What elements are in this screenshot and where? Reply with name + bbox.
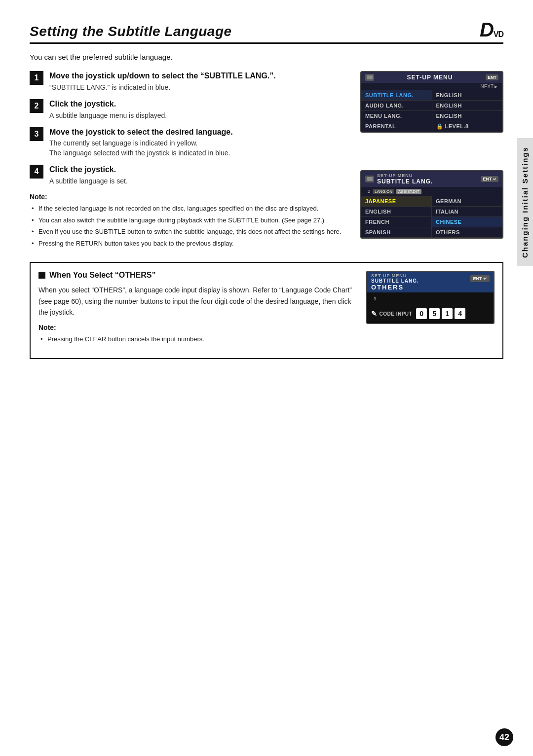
- step-2-number: 2: [30, 99, 43, 113]
- others-screen-ent: ENT ↵: [470, 275, 490, 282]
- side-label: Changing Initial Settings: [517, 138, 533, 266]
- screen-2-icon-inner: [367, 177, 373, 181]
- note-item-1: If the selected language is not recorded…: [30, 204, 350, 214]
- others-text-col: When You Select “OTHERS” When you select…: [38, 271, 356, 350]
- others-screen-title1: SET-UP MENU: [371, 273, 419, 278]
- others-note-item: Pressing the CLEAR button cancels the in…: [38, 334, 356, 344]
- screen-1-cell-1-1: ENGLISH: [432, 101, 503, 110]
- screen-1-cell-0-0: SUBTITLE LANG.: [361, 90, 432, 100]
- step-3-desc2: The language selected with the joystick …: [49, 149, 350, 157]
- screen-1-row-2: MENU LANG. ENGLISH: [361, 111, 502, 121]
- screen-1-row-3: PARENTAL 🔒 LEVEL.8: [361, 121, 502, 132]
- screen-2-langon: LANG.ON: [373, 189, 394, 194]
- step-2-desc: A subtitle language menu is displayed.: [49, 111, 350, 119]
- screen-2-titles: SET-UP MENU SUBTITLE LANG.: [374, 173, 481, 185]
- step-2-content: Click the joystick. A subtitle language …: [49, 99, 350, 119]
- code-digits: 0 5 1 4: [416, 308, 465, 319]
- screen-1-body: SUBTITLE LANG. ENGLISH AUDIO LANG. ENGLI…: [361, 90, 502, 132]
- notes-list: If the selected language is not recorded…: [30, 204, 350, 248]
- others-content: When You Select “OTHERS” When you select…: [38, 271, 495, 350]
- main-content: 1 Move the joystick up/down to select th…: [30, 71, 503, 254]
- others-section: When You Select “OTHERS” When you select…: [30, 262, 503, 359]
- others-screen-num: 3: [371, 296, 379, 302]
- screen-1-header: SET-UP MENU ENT: [361, 72, 502, 83]
- screen-2-header: SET-UP MENU SUBTITLE LANG. ENT ↵: [361, 171, 502, 187]
- others-title: When You Select “OTHERS”: [38, 271, 356, 280]
- dvd-vd-sub: VD: [494, 31, 503, 38]
- notes-section: Note: If the selected language is not re…: [30, 193, 350, 248]
- step-4-number: 4: [30, 165, 43, 179]
- screen-1-cell-2-1: ENGLISH: [432, 111, 503, 121]
- page-title: Setting the Subtitle Language: [30, 24, 232, 39]
- dvd-badge: D VD: [480, 20, 503, 39]
- screen-1-title: SET-UP MENU: [374, 74, 486, 81]
- screen-2-icon: [365, 176, 374, 182]
- others-screen-header: SET-UP MENU SUBTITLE LANG. ENT ↵ OTHERS: [367, 272, 494, 292]
- others-title-icon: [38, 272, 45, 279]
- screen-2-lang-0: JAPANESE: [361, 196, 432, 207]
- step-3-content: Move the joystick to select the desired …: [49, 127, 350, 157]
- intro-text: You can set the preferred subtitle langu…: [30, 53, 503, 61]
- dvd-d-letter: D: [480, 20, 494, 39]
- screen-2-lang-6: SPANISH: [361, 227, 432, 238]
- others-screen-body: ✎ CODE INPUT 0 5 1 4: [367, 304, 494, 323]
- screens-column: SET-UP MENU ENT NEXT► SUBTITLE LANG. ENG…: [360, 71, 503, 254]
- screen-2-tools: 2 LANG.ON ASSIST.DIT: [361, 187, 502, 196]
- step-4-content: Click the joystick. A subtitle language …: [49, 165, 350, 185]
- page-number: 42: [495, 728, 513, 746]
- note-item-3: Even if you use the SUBTITLE button to s…: [30, 227, 350, 237]
- others-screen-title3: OTHERS: [371, 284, 490, 291]
- step-3: 3 Move the joystick to select the desire…: [30, 127, 350, 157]
- screen-1-nav-label: NEXT►: [480, 84, 498, 89]
- screen-2-lang-7: OTHERS: [432, 227, 502, 238]
- notes-title: Note:: [30, 193, 350, 201]
- step-1-desc: “SUBTITLE LANG.” is indicated in blue.: [49, 83, 350, 91]
- page-header: Setting the Subtitle Language D VD: [30, 20, 503, 44]
- screen-1-cell-3-0: PARENTAL: [361, 121, 432, 132]
- screen-1-icon-inner: [367, 75, 373, 79]
- screen-1-icon: [365, 74, 374, 81]
- note-item-4: Pressing the RETURN button takes you bac…: [30, 239, 350, 249]
- code-label-text: CODE INPUT: [380, 311, 413, 317]
- step-2-title: Click the joystick.: [49, 99, 350, 109]
- code-digit-0: 0: [416, 308, 427, 319]
- code-label: ✎ CODE INPUT: [371, 310, 412, 318]
- screen-1-cell-0-1: ENGLISH: [432, 90, 503, 100]
- step-4-title: Click the joystick.: [49, 165, 350, 175]
- step-2: 2 Click the joystick. A subtitle languag…: [30, 99, 350, 119]
- code-digit-1: 5: [429, 308, 440, 319]
- screen-1-mockup: SET-UP MENU ENT NEXT► SUBTITLE LANG. ENG…: [360, 71, 503, 133]
- others-note: Note: Pressing the CLEAR button cancels …: [38, 324, 356, 344]
- steps-column: 1 Move the joystick up/down to select th…: [30, 71, 350, 254]
- step-1-number: 1: [30, 71, 43, 85]
- screen-2-lang-grid: JAPANESE GERMAN ENGLISH ITALIAN FRENCH C…: [361, 196, 502, 238]
- screen-2-title1: SET-UP MENU: [377, 173, 481, 178]
- screen-1-cell-2-0: MENU LANG.: [361, 111, 432, 121]
- code-slash: ✎: [371, 310, 378, 318]
- others-screen-title2: SUBTITLE LANG.: [371, 278, 419, 284]
- others-title-text: When You Select “OTHERS”: [49, 271, 155, 280]
- screen-2-num: 2: [365, 188, 373, 194]
- screen-2-mockup: SET-UP MENU SUBTITLE LANG. ENT ↵ 2 LANG.…: [360, 170, 503, 239]
- step-3-desc1: The currently set language is indicated …: [49, 139, 350, 147]
- note-item-2: You can also switch the subtitle languag…: [30, 216, 350, 225]
- step-4-desc: A subtitle language is set.: [49, 177, 350, 185]
- screen-1-ent: ENT: [486, 74, 498, 80]
- code-digit-2: 1: [442, 308, 453, 319]
- others-screen-num-row: 3: [367, 292, 494, 304]
- step-3-number: 3: [30, 127, 43, 141]
- others-screen-mockup: SET-UP MENU SUBTITLE LANG. ENT ↵ OTHERS …: [366, 271, 495, 324]
- screen-1-nav: NEXT►: [361, 83, 502, 90]
- screen-1-row-0: SUBTITLE LANG. ENGLISH: [361, 90, 502, 101]
- step-1: 1 Move the joystick up/down to select th…: [30, 71, 350, 91]
- step-1-title: Move the joystick up/down to select the …: [49, 71, 350, 81]
- screen-2-ent: ENT ↵: [481, 176, 498, 182]
- step-3-title: Move the joystick to select the desired …: [49, 127, 350, 138]
- code-digit-3: 4: [455, 308, 465, 319]
- screen-2-lang-2: ENGLISH: [361, 207, 432, 217]
- step-1-content: Move the joystick up/down to select the …: [49, 71, 350, 91]
- screen-1-cell-3-1: 🔒 LEVEL.8: [432, 121, 503, 132]
- others-screen-titles: SET-UP MENU SUBTITLE LANG.: [371, 273, 419, 284]
- others-note-title: Note:: [38, 324, 356, 331]
- screen-2-lang-5: CHINESE: [432, 217, 502, 227]
